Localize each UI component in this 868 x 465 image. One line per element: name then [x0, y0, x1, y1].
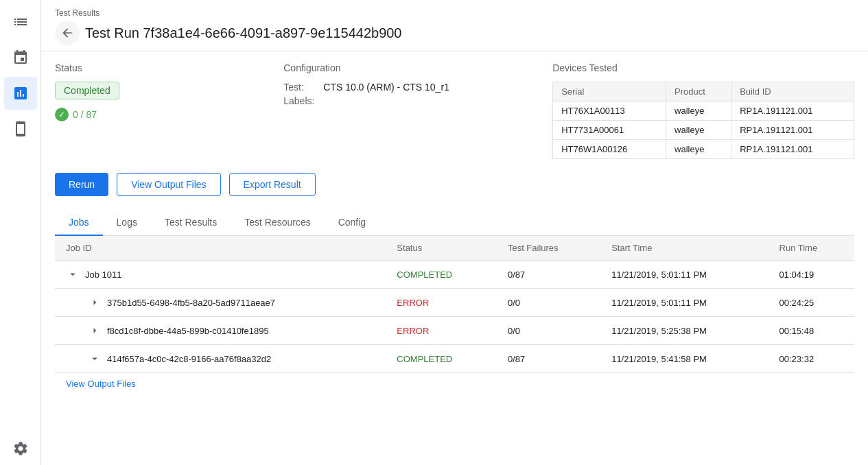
device-serial: HT76W1A00126	[553, 140, 666, 159]
device-build-id: RP1A.191121.001	[731, 102, 854, 121]
tab-logs[interactable]: Logs	[103, 210, 151, 236]
back-button[interactable]	[55, 21, 80, 45]
device-product: walleye	[666, 140, 731, 159]
config-test-label: Test:	[283, 82, 318, 93]
info-row: Status Completed ✓ 0 / 87 Configuration …	[55, 62, 854, 159]
job-id-value: f8cd1c8f-dbbe-44a5-899b-c01410fe1895	[107, 326, 269, 336]
tab-jobs[interactable]: Jobs	[55, 210, 103, 236]
sidebar	[0, 0, 41, 465]
view-output-files-link[interactable]: View Output Files	[55, 373, 147, 394]
status-badge: Completed	[55, 82, 119, 99]
job-id-value: 414f657a-4c0c-42c8-9166-aa76f8aa32d2	[107, 354, 271, 364]
job-test-failures: 0/87	[497, 261, 600, 289]
config-test-value: CTS 10.0 (ARM) - CTS 10_r1	[323, 82, 449, 93]
sidebar-item-chart[interactable]	[4, 77, 37, 110]
sidebar-item-calendar[interactable]	[4, 41, 37, 74]
table-row: Job 1011 COMPLETED 0/87 11/21/2019, 5:01…	[55, 261, 854, 289]
job-id-cell: f8cd1c8f-dbbe-44a5-899b-c01410fe1895	[55, 317, 386, 345]
device-build-id: RP1A.191121.001	[731, 140, 854, 159]
expand-icon[interactable]	[88, 324, 102, 337]
job-run-time: 00:24:25	[769, 289, 854, 317]
devices-col-serial: Serial	[553, 82, 666, 102]
device-serial: HT76X1A00113	[553, 102, 666, 121]
device-build-id: RP1A.191121.001	[731, 121, 854, 140]
job-id-cell: 414f657a-4c0c-42c8-9166-aa76f8aa32d2	[55, 345, 386, 373]
jobs-col-start: Start Time	[600, 236, 768, 261]
status-title: Status	[55, 62, 256, 73]
jobs-col-status: Status	[386, 236, 497, 261]
device-serial: HT7731A00061	[553, 121, 666, 140]
status-section: Status Completed ✓ 0 / 87	[55, 62, 256, 159]
config-title: Configuration	[283, 62, 525, 73]
main-content: Test Results Test Run 7f38a1e4-6e66-4091…	[41, 0, 868, 465]
jobs-table: Job ID Status Test Failures Start Time R…	[55, 236, 854, 373]
view-output-button[interactable]: View Output Files	[117, 173, 220, 196]
table-row: 414f657a-4c0c-42c8-9166-aa76f8aa32d2 COM…	[55, 345, 854, 373]
job-status: COMPLETED	[386, 261, 497, 289]
device-product: walleye	[666, 102, 731, 121]
device-product: walleye	[666, 121, 731, 140]
config-section: Configuration Test: CTS 10.0 (ARM) - CTS…	[283, 62, 525, 159]
sidebar-item-tasks[interactable]	[4, 5, 37, 38]
job-status: ERROR	[386, 317, 497, 345]
job-test-failures: 0/87	[497, 345, 600, 373]
devices-table: Serial Product Build ID HT76X1A00113 wal…	[552, 82, 854, 159]
jobs-col-runtime: Run Time	[769, 236, 854, 261]
breadcrumb: Test Results	[55, 8, 854, 18]
sidebar-item-settings[interactable]	[4, 432, 37, 465]
header: Test Results Test Run 7f38a1e4-6e66-4091…	[41, 0, 868, 51]
pass-icon: ✓	[55, 108, 69, 121]
devices-table-row: HT76W1A00126 walleye RP1A.191121.001	[553, 140, 854, 159]
jobs-col-failures: Test Failures	[497, 236, 600, 261]
tab-test-results[interactable]: Test Results	[151, 210, 231, 236]
pass-count: ✓ 0 / 87	[55, 108, 256, 121]
tabs: JobsLogsTest ResultsTest ResourcesConfig	[55, 210, 854, 236]
tab-config[interactable]: Config	[325, 210, 379, 236]
table-row: f8cd1c8f-dbbe-44a5-899b-c01410fe1895 ERR…	[55, 317, 854, 345]
export-result-button[interactable]: Export Result	[229, 173, 316, 196]
devices-table-header: Serial Product Build ID	[553, 82, 854, 102]
jobs-col-id: Job ID	[55, 236, 386, 261]
job-test-failures: 0/0	[497, 317, 600, 345]
config-labels-row: Labels:	[283, 95, 525, 106]
expand-icon[interactable]	[88, 352, 102, 366]
devices-col-build: Build ID	[731, 82, 854, 102]
job-status: ERROR	[386, 289, 497, 317]
rerun-button[interactable]: Rerun	[55, 173, 108, 196]
config-labels-label: Labels:	[283, 95, 318, 106]
job-status: COMPLETED	[386, 345, 497, 373]
devices-table-row: HT7731A00061 walleye RP1A.191121.001	[553, 121, 854, 140]
job-id-cell: Job 1011	[55, 261, 386, 289]
pass-count-value: 0 / 87	[73, 109, 97, 120]
job-start-time: 11/21/2019, 5:41:58 PM	[600, 345, 768, 373]
devices-col-product: Product	[666, 82, 731, 102]
job-run-time: 01:04:19	[769, 261, 854, 289]
tab-test-resources[interactable]: Test Resources	[231, 210, 324, 236]
job-run-time: 00:15:48	[769, 317, 854, 345]
job-start-time: 11/21/2019, 5:01:11 PM	[600, 289, 768, 317]
table-row: 375b1d55-6498-4fb5-8a20-5ad9711aeae7 ERR…	[55, 289, 854, 317]
action-buttons: Rerun View Output Files Export Result	[55, 173, 854, 196]
job-run-time: 00:23:32	[769, 345, 854, 373]
expand-icon[interactable]	[66, 267, 80, 281]
expand-icon[interactable]	[88, 296, 102, 309]
job-id-value: Job 1011	[85, 270, 122, 280]
devices-section: Devices Tested Serial Product Build ID H…	[552, 62, 854, 159]
job-start-time: 11/21/2019, 5:01:11 PM	[600, 261, 768, 289]
sidebar-item-phone[interactable]	[4, 112, 37, 145]
config-test-row: Test: CTS 10.0 (ARM) - CTS 10_r1	[283, 82, 525, 93]
devices-table-row: HT76X1A00113 walleye RP1A.191121.001	[553, 102, 854, 121]
devices-title: Devices Tested	[552, 62, 854, 73]
jobs-table-header: Job ID Status Test Failures Start Time R…	[55, 236, 854, 261]
job-id-value: 375b1d55-6498-4fb5-8a20-5ad9711aeae7	[107, 298, 275, 308]
page-title: Test Run 7f38a1e4-6e66-4091-a897-9e11544…	[85, 25, 402, 41]
job-id-cell: 375b1d55-6498-4fb5-8a20-5ad9711aeae7	[55, 289, 386, 317]
content-area: Status Completed ✓ 0 / 87 Configuration …	[41, 51, 868, 465]
job-test-failures: 0/0	[497, 289, 600, 317]
job-start-time: 11/21/2019, 5:25:38 PM	[600, 317, 768, 345]
